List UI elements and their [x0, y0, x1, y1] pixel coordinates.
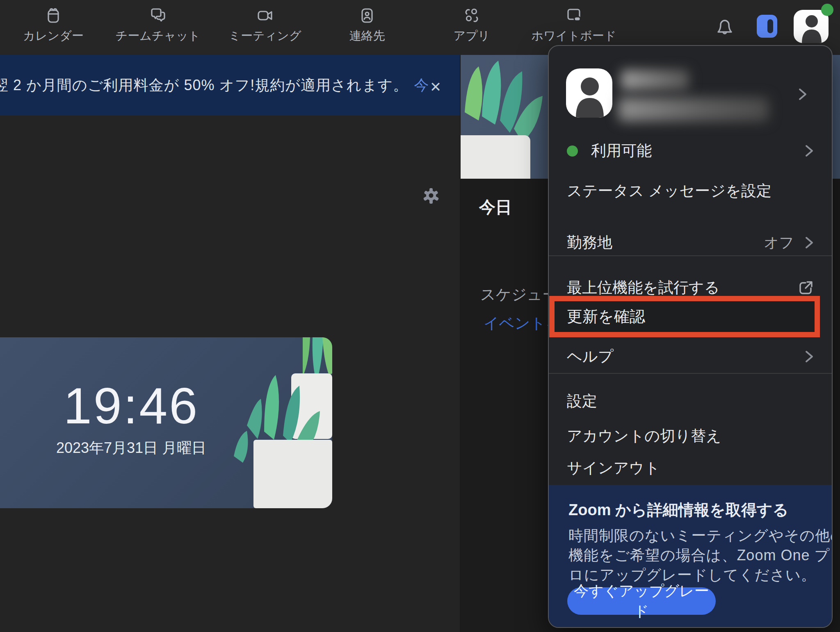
- menu-avatar: [566, 68, 612, 118]
- tab-meetings[interactable]: ミーティング: [218, 6, 312, 44]
- side-panel-toggle-icon[interactable]: [757, 15, 777, 38]
- chevron-right-icon: [797, 86, 809, 102]
- today-heading: 今日: [479, 196, 512, 218]
- whiteboard-icon: [564, 6, 584, 25]
- clock-time: 19:46: [0, 377, 262, 435]
- discount-banner: 翌 2 か月間のご利用料金が 50% オフ!規約が適用されます。 今: [0, 55, 460, 116]
- tab-meetings-label: ミーティング: [228, 28, 301, 44]
- meetings-icon: [255, 6, 275, 25]
- upgrade-promo-section: Zoom から詳細情報を取得する 時間制限のないミーティングやその他の 機能をご…: [549, 485, 833, 628]
- upgrade-now-button[interactable]: 今すぐアップグレード: [567, 587, 716, 615]
- menu-item-check-updates[interactable]: 更新を確認: [567, 306, 645, 327]
- promo-body-line: 時間制限のないミーティングやその他の: [568, 526, 833, 546]
- menu-item-settings[interactable]: 設定: [549, 386, 833, 416]
- promo-title: Zoom から詳細情報を取得する: [568, 500, 788, 521]
- menu-item-status[interactable]: 利用可能: [549, 136, 833, 166]
- side-panel-toggle-pill: [767, 19, 773, 33]
- tab-team-chat[interactable]: チームチャット: [111, 6, 205, 44]
- promo-body-line: 機能をご希望の場合は、Zoom One プ: [568, 546, 830, 566]
- notifications-bell-icon[interactable]: [713, 14, 737, 39]
- tab-apps[interactable]: アプリ: [425, 6, 519, 44]
- check-updates-highlight: 更新を確認: [549, 296, 820, 337]
- external-link-icon: [797, 278, 815, 297]
- presence-status-dot: [821, 4, 833, 16]
- home-settings-gear-icon[interactable]: [422, 187, 440, 204]
- menu-separator: [549, 373, 833, 374]
- tab-contacts[interactable]: 連絡先: [320, 6, 414, 44]
- calendar-icon: [43, 6, 63, 25]
- blurred-user-name: [621, 70, 689, 90]
- chevron-right-icon: [803, 143, 815, 159]
- menu-item-switch-account[interactable]: アカウントの切り替え: [549, 421, 833, 451]
- zoom-app-window: 翌 2 か月間のご利用料金が 50% オフ!規約が適用されます。 今 ✕: [0, 0, 840, 632]
- tab-calendar[interactable]: カレンダー: [6, 6, 100, 44]
- apps-icon: [462, 6, 482, 25]
- menu-item-workplace[interactable]: 勤務地 オフ: [549, 228, 833, 257]
- chevron-right-icon: [803, 234, 815, 251]
- menu-item-sign-out[interactable]: サインアウト: [549, 453, 833, 483]
- menu-item-set-status-message[interactable]: ステータス メッセージを設定: [549, 176, 833, 206]
- banner-close-button[interactable]: ✕: [426, 77, 445, 97]
- blurred-user-email: [619, 98, 769, 121]
- tab-calendar-label: カレンダー: [23, 28, 84, 44]
- clock-widget: 19:46 2023年7月31日 月曜日: [0, 337, 332, 508]
- tab-team-chat-label: チームチャット: [115, 28, 200, 44]
- team-chat-icon: [148, 6, 168, 25]
- menu-item-help[interactable]: ヘルプ: [549, 342, 833, 371]
- tab-contacts-label: 連絡先: [349, 28, 385, 44]
- clock-date: 2023年7月31日 月曜日: [0, 438, 262, 458]
- status-available-dot: [567, 145, 578, 157]
- menu-item-status-label: 利用可能: [591, 141, 652, 161]
- profile-dropdown-menu: 利用可能 ステータス メッセージを設定 勤務地 オフ 最上位機能を試行する 更新…: [548, 45, 833, 628]
- menu-separator: [549, 255, 833, 256]
- workplace-value: オフ: [764, 233, 794, 253]
- home-tab-content: 翌 2 か月間のご利用料金が 50% オフ!規約が適用されます。 今 ✕: [0, 55, 460, 632]
- discount-banner-text: 翌 2 か月間のご利用料金が 50% オフ!規約が適用されます。: [0, 75, 408, 95]
- chevron-right-icon: [803, 348, 815, 365]
- schedule-text: スケジュー: [480, 284, 557, 305]
- tab-whiteboard[interactable]: ホワイトボード: [527, 6, 621, 44]
- contacts-icon: [357, 6, 377, 25]
- tab-whiteboard-label: ホワイトボード: [531, 28, 616, 44]
- tab-apps-label: アプリ: [453, 28, 490, 44]
